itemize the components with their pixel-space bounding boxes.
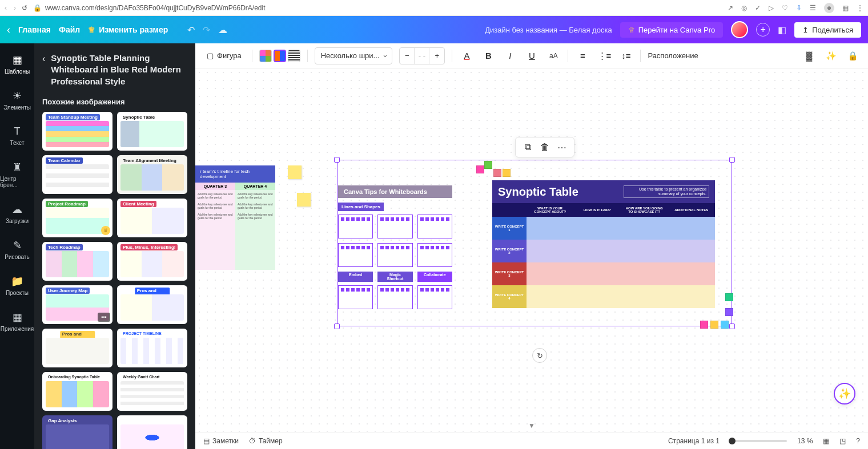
camera-icon[interactable]: ◎ [741, 4, 747, 12]
template-card[interactable]: Team Standup Meeting [42, 112, 112, 151]
text-color-button[interactable]: A [459, 48, 474, 63]
italic-button[interactable]: I [503, 48, 517, 63]
resize-handle[interactable] [334, 157, 340, 163]
export-icon[interactable]: ↗ [728, 4, 733, 12]
more-icon[interactable]: ••• [98, 313, 110, 322]
user-avatar[interactable] [731, 21, 748, 38]
rail-text[interactable]: TТекст [0, 123, 34, 148]
underline-button[interactable]: U [524, 48, 539, 63]
nav-fwd-icon[interactable]: › [14, 4, 16, 12]
canvas[interactable]: ‹ r team's timeline for tech development… [195, 68, 868, 432]
template-card[interactable]: Team Calendar [42, 155, 112, 194]
analytics-icon[interactable]: ◧ [778, 25, 786, 35]
undo-icon[interactable]: ↶ [187, 25, 195, 35]
template-card[interactable]: Client Meeting [117, 199, 187, 237]
panel-back-icon[interactable]: ‹ [42, 54, 45, 64]
help-icon[interactable]: ? [856, 437, 860, 445]
mini-handle[interactable] [476, 165, 484, 173]
zoom-value[interactable]: 13 % [797, 437, 813, 445]
arrange-button[interactable]: Расположение [648, 51, 698, 60]
heart-icon[interactable]: ♡ [782, 4, 788, 12]
share-button[interactable]: ↥ Поделиться [794, 22, 861, 38]
duplicate-button[interactable]: ⧉ [521, 141, 534, 153]
cloud-sync-icon[interactable]: ☁ [218, 25, 227, 35]
template-card[interactable]: Synoptic Table [117, 112, 187, 151]
url-text[interactable]: www.canva.com/design/DAFo35BFo04/qujjtCu… [45, 4, 266, 12]
zoom-slider[interactable] [730, 440, 787, 442]
template-card[interactable]: User Journey Map••• [42, 285, 112, 324]
notes-button[interactable]: ▤Заметки [203, 437, 239, 445]
add-member-button[interactable]: + [756, 23, 770, 37]
bold-button[interactable]: B [481, 48, 496, 63]
template-card[interactable]: Team Alignment Meeting [117, 155, 187, 194]
template-card[interactable]: Project Roadmap♕ [42, 199, 112, 237]
ai-assist-fab[interactable]: ✨ [834, 383, 855, 404]
resize-handle[interactable] [334, 323, 340, 329]
redo-icon[interactable]: ↷ [203, 25, 210, 35]
size-value[interactable]: - - [415, 48, 429, 64]
rail-uploads[interactable]: ☁Загрузки [0, 201, 34, 226]
font-size-stepper[interactable]: − - - + [399, 47, 445, 64]
fill-color-button[interactable] [259, 50, 272, 62]
roadmap-element[interactable]: r team's timeline for tech development Q… [195, 165, 275, 270]
resize-handle[interactable] [729, 157, 735, 163]
rail-draw[interactable]: ✎Рисовать [0, 237, 34, 262]
resize-handle[interactable] [729, 323, 735, 329]
profile-icon[interactable]: ☻ [824, 3, 834, 13]
file-menu[interactable]: Файл [59, 25, 80, 34]
check-icon[interactable]: ✓ [755, 4, 761, 12]
delete-button[interactable]: 🗑 [539, 141, 551, 153]
mini-handle[interactable] [710, 321, 718, 329]
transparency-button[interactable]: ▓ [802, 48, 817, 63]
download-icon[interactable]: ⇩ [796, 4, 802, 12]
nav-back-icon[interactable]: ‹ [5, 4, 7, 12]
mini-handle[interactable] [484, 161, 492, 169]
template-card[interactable]: Pros and Cons [42, 329, 112, 367]
mini-handle[interactable] [503, 169, 511, 177]
template-card[interactable]: Gap Analysis [42, 415, 112, 449]
shape-tool[interactable]: ▢Фигура [203, 49, 245, 62]
zoom-knob[interactable] [729, 438, 736, 444]
align-button[interactable]: ≡ [575, 48, 590, 63]
home-back-icon[interactable]: ‹ [7, 24, 10, 36]
menu-dots-icon[interactable]: ⋮ [857, 4, 863, 12]
list-button[interactable]: ⋮≡ [597, 48, 612, 63]
synoptic-table-element[interactable]: Synoptic Table Use this table to present… [492, 180, 715, 308]
resize-menu[interactable]: ♕ Изменить размер [88, 25, 168, 34]
mini-handle[interactable] [493, 169, 501, 177]
mini-handle[interactable] [725, 293, 733, 301]
font-family-select[interactable]: Несколько шри... [315, 47, 393, 64]
border-style-button[interactable] [288, 50, 300, 62]
rail-projects[interactable]: 📁Проекты [0, 273, 34, 298]
rail-templates[interactable]: ▦Шаблоны [0, 51, 34, 77]
rail-apps[interactable]: ▦Приложения [0, 309, 34, 334]
page-toggle-icon[interactable]: ▼ [528, 422, 535, 430]
mini-handle[interactable] [700, 321, 708, 329]
document-title[interactable]: Дизайн без названия — Белая доска [485, 26, 612, 34]
spacing-button[interactable]: ↕≡ [618, 48, 633, 63]
sticky-note[interactable] [297, 193, 311, 207]
rail-elements[interactable]: ☀Элементы [0, 87, 34, 113]
size-plus[interactable]: + [429, 48, 444, 64]
more-button[interactable]: ⋯ [556, 141, 568, 153]
play-icon[interactable]: ▷ [769, 4, 774, 12]
list-icon[interactable]: ☰ [810, 4, 816, 12]
wand-button[interactable]: ✨ [823, 48, 838, 63]
case-button[interactable]: aA [546, 48, 561, 63]
home-link[interactable]: Главная [18, 25, 51, 34]
template-card[interactable]: PROJECT TIMELINE [117, 329, 187, 367]
reload-element-button[interactable]: ↻ [532, 348, 547, 363]
reload-icon[interactable]: ↺ [22, 4, 27, 12]
rail-brand[interactable]: ♜Центр брен... [0, 159, 34, 191]
mini-handle[interactable] [725, 308, 733, 316]
template-card[interactable]: Plus, Minus, Interesting! [117, 242, 187, 281]
lock-button[interactable]: 🔒 [845, 48, 860, 63]
fullscreen-icon[interactable]: ◳ [839, 437, 846, 445]
size-minus[interactable]: − [400, 48, 415, 64]
border-color-button[interactable] [274, 50, 286, 62]
sticky-note[interactable] [288, 165, 302, 179]
cube-icon[interactable]: ▦ [842, 4, 849, 12]
grid-view-icon[interactable]: ▦ [823, 437, 829, 445]
timer-button[interactable]: ⏱Таймер [249, 437, 283, 445]
mini-handle[interactable] [721, 321, 729, 329]
